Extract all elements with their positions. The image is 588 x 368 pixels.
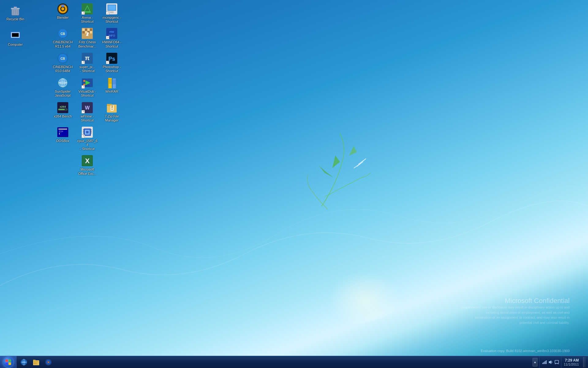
svg-rect-12	[13, 40, 18, 40]
svg-rect-119	[542, 363, 543, 364]
svg-rect-64	[109, 83, 112, 83]
svg-rect-32	[90, 29, 92, 31]
svg-rect-70	[113, 83, 116, 84]
winrar-image	[106, 77, 118, 89]
action-center-tray-icon[interactable]	[554, 360, 559, 365]
svg-rect-94	[83, 131, 84, 132]
cpuz-shortcut-label: cpuz_1587_64 - Shortcut	[76, 139, 98, 151]
svg-rect-10	[12, 33, 19, 37]
clock-date: 11/1/2011	[564, 362, 579, 366]
blender-label: Blender	[57, 16, 69, 20]
sunspider-image	[57, 77, 69, 89]
show-hidden-icons-button[interactable]: ▲	[533, 358, 537, 366]
svg-rect-114	[34, 364, 38, 364]
left-icon-column: Recycle Bin Computer	[3, 3, 28, 48]
virtualdub-shortcut-icon[interactable]: ↗ VirtualDub - Shortcut	[75, 75, 100, 99]
system-clock[interactable]: 7:29 AM 11/1/2011	[561, 356, 581, 368]
svg-point-17	[61, 5, 65, 7]
wprime-shortcut-image: W ↗	[81, 102, 93, 114]
virtualdub-shortcut-image: ↗	[81, 77, 93, 89]
svg-text:C:\>: C:\>	[59, 130, 63, 132]
windows-logo-icon	[5, 359, 11, 365]
cpuz-shortcut-icon[interactable]: ↗ cpuz_1587_64 - Shortcut	[75, 125, 100, 152]
svg-text:7: 7	[111, 105, 113, 109]
fritz-chess-icon[interactable]: Fritz Chess Benchmar...	[75, 26, 100, 49]
system-tray	[539, 356, 559, 368]
computer-icon[interactable]: Computer	[3, 29, 28, 48]
photoshop-shortcut-label: Photoshop - Shortcut	[103, 65, 121, 73]
cinebench-r10-label: CINEBENCH R10 64Bit	[53, 65, 73, 73]
winrar-icon[interactable]: WinRAR	[100, 75, 124, 99]
watermark-title: Microsoft Confidential	[447, 297, 570, 305]
svg-rect-31	[87, 29, 90, 31]
mcmpgenc-shortcut-label: mcmpgenc - Shortcut	[103, 16, 121, 24]
svg-rect-92	[86, 131, 89, 133]
x264-bench-label: x264 Bench	[54, 114, 72, 118]
arena-shortcut-image: ↗	[81, 3, 93, 15]
svg-marker-124	[549, 360, 551, 364]
7zip-icon[interactable]: 7 7-Zip File Manager	[100, 100, 124, 124]
svg-rect-68	[113, 81, 116, 82]
recycle-bin-icon[interactable]: Recycle Bin	[3, 3, 28, 22]
superpi-shortcut-image: π ↗	[81, 52, 93, 64]
network-tray-icon[interactable]	[542, 360, 547, 365]
ms-office-excel-image: X	[81, 155, 93, 167]
svg-rect-88	[59, 133, 60, 135]
mcmpgenc-shortcut-icon[interactable]: ↗ mcmpgenc - Shortcut	[100, 2, 124, 25]
svg-text:Ps: Ps	[108, 56, 115, 62]
svg-rect-86	[58, 128, 67, 130]
mediaplayer-icon	[45, 358, 52, 366]
ms-office-excel-icon[interactable]: X Microsoft Office Exc...	[75, 153, 100, 177]
taskbar-ie-button[interactable]	[18, 357, 30, 367]
dosbox-icon[interactable]: C:\> DOSBox	[51, 125, 75, 152]
volume-tray-icon[interactable]	[548, 360, 553, 365]
cinebench-r11-icon[interactable]: CB CINEBENCH R11.5 x64	[51, 26, 75, 49]
svg-rect-67	[113, 80, 116, 80]
svg-text:CB: CB	[61, 32, 65, 36]
svg-rect-123	[546, 360, 547, 364]
superpi-shortcut-icon[interactable]: π ↗ super_pi... - Shortcut	[75, 51, 100, 74]
hwinfo64-shortcut-icon[interactable]: HW INFO ↗ HWiNFO64 - Shortcut	[100, 26, 124, 49]
svg-rect-106	[9, 362, 11, 365]
svg-rect-62	[109, 80, 112, 81]
mcmpgenc-shortcut-image: ↗	[106, 3, 118, 15]
svg-rect-61	[109, 79, 112, 80]
taskbar-explorer-button[interactable]	[30, 357, 42, 367]
photoshop-shortcut-icon[interactable]: Ps ↗ Photoshop - Shortcut	[100, 51, 124, 74]
svg-rect-103	[6, 359, 8, 362]
svg-rect-29	[82, 29, 85, 31]
arena-shortcut-icon[interactable]: ↗ Arena - Shortcut	[75, 2, 100, 25]
blender-image	[57, 3, 69, 15]
svg-rect-56	[85, 85, 90, 86]
sunspider-icon[interactable]: SunSpider JavaScript	[51, 75, 75, 99]
watermark-line3: potential civil and criminal liability.	[447, 320, 570, 325]
svg-rect-34	[85, 31, 87, 33]
clock-time: 7:29 AM	[565, 358, 579, 362]
desktop: Recycle Bin Computer	[0, 0, 588, 368]
winrar-label: WinRAR	[105, 90, 118, 94]
svg-rect-82	[111, 109, 113, 110]
blender-icon[interactable]: Blender	[51, 2, 75, 25]
x264-bench-icon[interactable]: x264 x264 Bench	[51, 100, 75, 124]
taskbar-pinned-area	[17, 356, 530, 368]
svg-text:CB: CB	[61, 57, 65, 60]
wprime-shortcut-icon[interactable]: W ↗ wPrime - Shortcut	[75, 100, 100, 124]
svg-rect-121	[544, 362, 545, 364]
svg-rect-95	[83, 132, 84, 133]
svg-rect-24	[110, 11, 114, 13]
svg-rect-104	[9, 359, 11, 362]
svg-rect-30	[85, 29, 87, 31]
svg-rect-125	[555, 360, 559, 363]
svg-rect-11	[14, 38, 17, 40]
watermark-area: Microsoft Confidential Unauthorized use …	[447, 297, 570, 325]
recycle-bin-image	[9, 4, 21, 17]
show-desktop-button[interactable]	[583, 357, 586, 367]
taskbar-mediaplayer-button[interactable]	[43, 357, 54, 367]
svg-rect-93	[83, 129, 84, 130]
hwinfo64-shortcut-label: HWiNFO64 - Shortcut	[102, 40, 122, 48]
cinebench-r10-icon[interactable]: CB CINEBENCH R10 64Bit	[51, 51, 75, 74]
start-button[interactable]	[0, 356, 17, 368]
taskbar-right-area: ▲	[530, 356, 588, 368]
svg-rect-23	[108, 5, 115, 10]
svg-point-37	[87, 32, 89, 34]
